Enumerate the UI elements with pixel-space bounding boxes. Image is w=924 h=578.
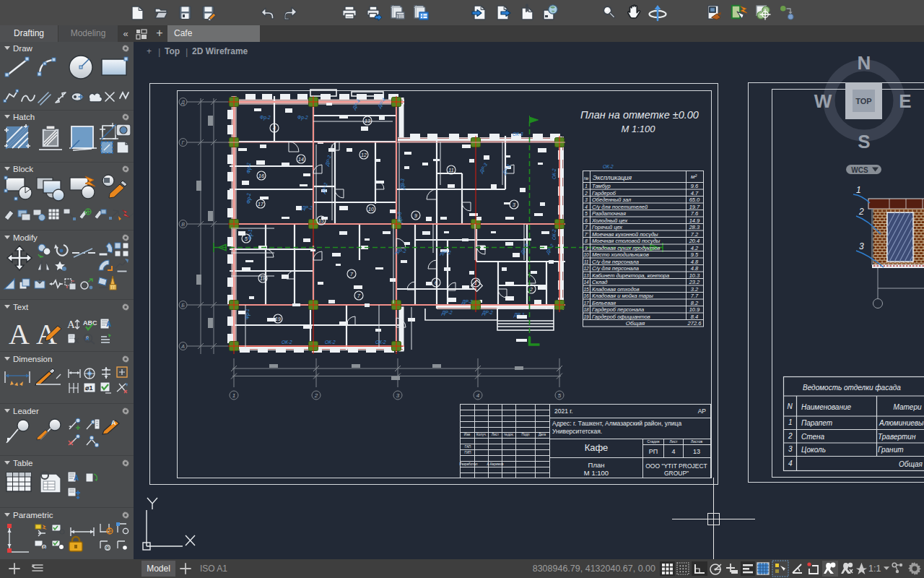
svg-text:15: 15 — [583, 287, 589, 292]
svg-text:9.5: 9.5 — [691, 251, 699, 258]
svg-text:14: 14 — [298, 157, 304, 162]
svg-text:14.9: 14.9 — [689, 217, 700, 224]
svg-text:18: 18 — [260, 276, 266, 281]
svg-text:ОК-2: ОК-2 — [552, 168, 557, 179]
svg-text:Кафе: Кафе — [585, 442, 609, 453]
svg-text:Общая я: Общая я — [899, 460, 924, 468]
svg-text:Фр-2: Фр-2 — [246, 163, 252, 173]
svg-text:№док.: №док. — [504, 433, 513, 436]
svg-text:5: 5 — [558, 392, 562, 399]
svg-text:10: 10 — [583, 252, 589, 257]
svg-text:ОК-2: ОК-2 — [325, 340, 336, 345]
svg-text:Травертин: Травертин — [878, 433, 916, 441]
svg-text:8.4: 8.4 — [691, 314, 698, 320]
svg-text:A: A — [106, 320, 111, 328]
svg-text:272.6: 272.6 — [687, 320, 702, 327]
svg-text:Leader: Leader — [13, 407, 39, 415]
svg-text:20.4: 20.4 — [689, 238, 700, 244]
svg-text:Разработал: Разработал — [459, 462, 477, 466]
svg-text:13: 13 — [365, 118, 370, 124]
svg-text:Фр-2: Фр-2 — [260, 115, 271, 121]
svg-text:GROUP": GROUP" — [664, 470, 689, 477]
svg-text:9: 9 — [585, 246, 588, 251]
svg-text:Колуч.: Колуч. — [476, 433, 487, 436]
svg-text:2021 г.: 2021 г. — [554, 407, 573, 415]
svg-text:Тамбур: Тамбур — [592, 183, 611, 189]
svg-text:10: 10 — [368, 207, 374, 212]
svg-text:Моечная кухонной посуды: Моечная кухонной посуды — [592, 231, 658, 238]
svg-text:7.6: 7.6 — [691, 210, 699, 217]
svg-text:Листов: Листов — [691, 439, 703, 444]
svg-text:Фр-1: Фр-1 — [245, 309, 250, 319]
svg-text:4: 4 — [273, 126, 276, 131]
svg-text:Ведомость отделки фасада: Ведомость отделки фасада — [803, 384, 901, 392]
svg-text:Алюминиевый: Алюминиевый — [879, 419, 924, 427]
svg-text:17: 17 — [583, 301, 589, 306]
svg-text:A: A — [9, 318, 30, 350]
svg-text:ДР-3: ДР-3 — [519, 243, 530, 256]
svg-text:2: 2 — [584, 191, 588, 196]
svg-text:14: 14 — [583, 280, 589, 285]
svg-text:4.8: 4.8 — [691, 259, 699, 265]
svg-text:7': 7' — [585, 232, 589, 237]
svg-text:Наименование: Наименование — [801, 403, 851, 411]
svg-text:19: 19 — [583, 314, 589, 319]
svg-text:Гардероб: Гардероб — [592, 190, 616, 197]
svg-text:Университетская.: Университетская. — [552, 428, 602, 435]
svg-text:3: 3 — [585, 197, 588, 202]
svg-text:1: 1 — [856, 185, 861, 195]
svg-text:Гардероб официантов: Гардероб официантов — [592, 314, 650, 320]
svg-text:Block: Block — [13, 165, 33, 173]
svg-text:4: 4 — [585, 204, 588, 210]
svg-text:Modify: Modify — [13, 233, 38, 242]
svg-text:A: A — [67, 319, 75, 330]
svg-text:13: 13 — [693, 448, 700, 455]
svg-text:Цоколь: Цоколь — [801, 446, 826, 454]
svg-text:Дата: Дата — [539, 433, 546, 436]
svg-text:S: S — [858, 131, 870, 152]
svg-text:Draw: Draw — [13, 44, 33, 53]
svg-text:+: + — [147, 46, 152, 56]
svg-text:N: N — [787, 402, 793, 410]
svg-text:Обеденный зал: Обеденный зал — [592, 197, 632, 203]
svg-text:8.2: 8.2 — [691, 300, 699, 306]
svg-text:Д: Д — [180, 100, 185, 105]
svg-text:7.2: 7.2 — [691, 231, 699, 238]
svg-text:Text: Text — [13, 303, 29, 311]
svg-text:A: A — [111, 419, 116, 426]
svg-text:Г: Г — [182, 140, 186, 145]
svg-text:13: 13 — [583, 273, 589, 278]
svg-text:9: 9 — [414, 213, 417, 218]
svg-text:6: 6 — [585, 218, 588, 223]
svg-text:Кладовая отходов: Кладовая отходов — [592, 286, 640, 293]
svg-text:2: 2 — [858, 207, 864, 217]
svg-text:3: 3 — [396, 392, 400, 399]
svg-text:ДР-2: ДР-2 — [301, 205, 313, 211]
svg-text:Фр-2: Фр-2 — [297, 115, 308, 121]
svg-text:Лист: Лист — [670, 439, 679, 444]
svg-text:Изм: Изм — [464, 433, 471, 436]
svg-text:18: 18 — [583, 307, 589, 312]
svg-text:Фр-1: Фр-1 — [248, 229, 253, 240]
svg-text:2D Wireframe: 2D Wireframe — [192, 46, 248, 56]
svg-text:16: 16 — [258, 173, 264, 178]
svg-text:м²: м² — [691, 173, 697, 180]
svg-text:1:1: 1:1 — [868, 564, 881, 574]
svg-text:Склад: Склад — [592, 279, 608, 285]
svg-text:А.Каримов: А.Каримов — [487, 462, 504, 466]
svg-text:4.7: 4.7 — [691, 190, 699, 197]
svg-text:|: | — [186, 46, 188, 57]
svg-text:ДР-2: ДР-2 — [441, 310, 453, 316]
svg-text:15: 15 — [318, 218, 324, 223]
svg-text:11: 11 — [584, 259, 589, 264]
svg-text:Кладовая и мойка тары: Кладовая и мойка тары — [592, 293, 653, 299]
svg-text:Table: Table — [13, 459, 33, 467]
svg-text:⌀1: ⌀1 — [85, 384, 92, 392]
svg-text:Матери: Матери — [893, 403, 921, 411]
svg-text:17: 17 — [258, 202, 264, 207]
svg-text:1: 1 — [232, 392, 235, 399]
svg-text:6: 6 — [435, 280, 437, 285]
svg-text:11: 11 — [448, 168, 453, 173]
svg-text:Parametric: Parametric — [13, 511, 53, 519]
svg-text:2: 2 — [314, 392, 318, 399]
